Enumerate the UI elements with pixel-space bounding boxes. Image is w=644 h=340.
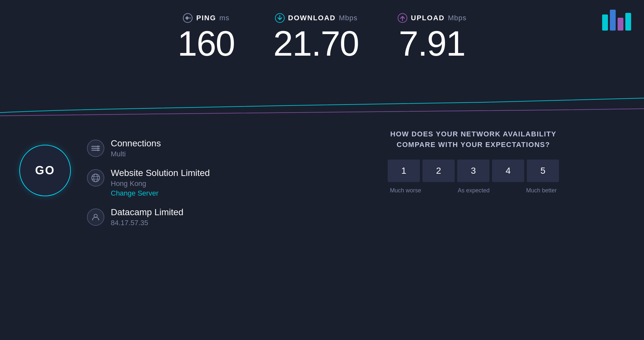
logo-bar-4: [625, 13, 631, 31]
logo-bar-1: [602, 14, 608, 31]
survey-question: HOW DOES YOUR NETWORK AVAILABILITY COMPA…: [377, 129, 570, 150]
go-button[interactable]: GO: [19, 145, 71, 196]
main-content: GO Connections Multi: [0, 122, 644, 340]
svg-point-6: [92, 174, 99, 182]
upload-unit: Mbps: [448, 14, 467, 22]
right-panel: HOW DOES YOUR NETWORK AVAILABILITY COMPA…: [322, 122, 625, 340]
ping-icon: [183, 13, 193, 23]
logo: [602, 10, 631, 31]
connections-text: Connections Multi: [111, 138, 161, 158]
client-ip: 84.17.57.35: [111, 219, 184, 227]
info-panel: Connections Multi Website Solution Limit…: [87, 135, 210, 227]
svg-point-7: [94, 174, 98, 182]
ping-unit: ms: [219, 14, 229, 22]
rating-labels: Much worse As expected Much better: [390, 187, 557, 194]
client-label: Datacamp Limited: [111, 207, 184, 217]
left-panel: GO Connections Multi: [19, 122, 322, 340]
download-label: DOWNLOAD: [288, 14, 336, 22]
connections-label: Connections: [111, 138, 161, 149]
upload-stat: UPLOAD Mbps 7.91: [397, 13, 467, 61]
rating-label-center: As expected: [458, 187, 489, 194]
download-value: 21.70: [273, 26, 359, 61]
upload-icon: [397, 13, 408, 23]
logo-bar-2: [610, 10, 616, 31]
isp-label: Website Solution Limited: [111, 168, 210, 178]
stats-header: PING ms 160 DOWNLOAD Mbps 21.70 UPLOAD M…: [0, 0, 644, 61]
go-label: GO: [35, 164, 55, 177]
user-icon: [87, 208, 104, 226]
rating-btn-2[interactable]: 2: [422, 160, 455, 182]
ping-value: 160: [177, 26, 235, 61]
ping-label: PING: [196, 14, 216, 22]
rating-btn-5[interactable]: 5: [527, 160, 559, 182]
rating-label-right: Much better: [526, 187, 557, 194]
client-row: Datacamp Limited 84.17.57.35: [87, 207, 210, 227]
connections-icon: [87, 140, 104, 157]
download-stat: DOWNLOAD Mbps 21.70: [273, 13, 359, 61]
rating-btn-3[interactable]: 3: [457, 160, 489, 182]
rating-btn-4[interactable]: 4: [492, 160, 524, 182]
rating-buttons: 1 2 3 4 5: [388, 160, 559, 182]
upload-label: UPLOAD: [411, 14, 445, 22]
ping-stat: PING ms 160: [177, 13, 235, 61]
upload-value: 7.91: [399, 26, 465, 61]
isp-location: Hong Kong: [111, 179, 210, 188]
isp-row: Website Solution Limited Hong Kong Chang…: [87, 168, 210, 198]
change-server-link[interactable]: Change Server: [111, 189, 210, 198]
rating-btn-1[interactable]: 1: [388, 160, 420, 182]
rating-label-left: Much worse: [390, 187, 421, 194]
connections-row: Connections Multi: [87, 138, 210, 158]
isp-text: Website Solution Limited Hong Kong Chang…: [111, 168, 210, 198]
client-text: Datacamp Limited 84.17.57.35: [111, 207, 184, 227]
logo-bar-3: [618, 18, 623, 31]
download-unit: Mbps: [339, 14, 358, 22]
download-icon: [275, 13, 285, 23]
globe-icon: [87, 169, 104, 187]
wave-chart: [0, 87, 644, 125]
connections-value: Multi: [111, 150, 161, 158]
